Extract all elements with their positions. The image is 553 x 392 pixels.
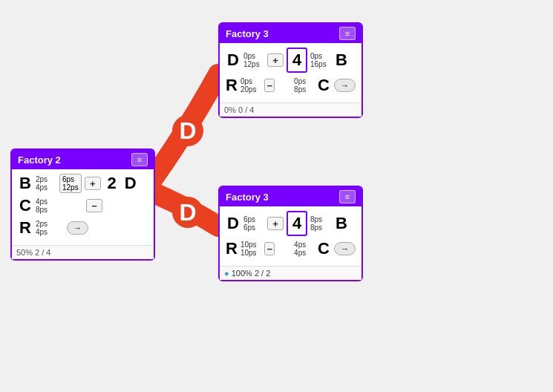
factory3-top-d-letter: D	[226, 50, 240, 70]
factory3-top-header: Factory 3 ≡	[220, 24, 361, 43]
factory3-top-d-plus-btn[interactable]: +	[267, 53, 284, 67]
factory2-row-r: R 2ps 4ps →	[18, 218, 148, 238]
factory3-bottom-d-time-right: 8ps 8ps	[310, 215, 331, 232]
factory3-bottom-d-center: 4	[287, 211, 307, 236]
factory2-b-center: 2	[104, 174, 120, 193]
factory3-top-r-right-letter: C	[318, 76, 330, 95]
factory3-bottom-card: Factory 3 ≡ D 6ps 6ps + 4 8ps 8ps B R 10…	[218, 186, 363, 281]
factory2-r-letter: R	[18, 218, 33, 238]
factory3-bottom-status: ● 100% 2 / 2	[220, 266, 361, 280]
factory2-c-letter: C	[18, 196, 33, 215]
factory3-bottom-r-go-btn[interactable]: →	[334, 242, 356, 255]
factory2-status: 50% 2 / 4	[12, 245, 154, 259]
factory3-bottom-header: Factory 3 ≡	[220, 187, 361, 206]
factory2-b-letter: B	[18, 174, 33, 193]
factory2-c-minus-btn[interactable]: −	[86, 199, 102, 212]
factory3-top-d-center: 4	[287, 48, 307, 73]
factory3-bottom-r-minus-btn[interactable]: −	[264, 242, 275, 255]
factory3-top-status: 0% 0 / 4	[220, 102, 361, 117]
factory2-b-extra: 6ps 12ps	[59, 174, 82, 193]
factory2-row-b: B 2ps 4ps 6ps 12ps + 2 D	[18, 174, 148, 193]
factory3-bottom-d-right-letter: B	[334, 214, 349, 233]
factory2-r-go-btn[interactable]: →	[67, 221, 88, 235]
factory3-bottom-r-letter: R	[226, 239, 238, 258]
factory3-bottom-d-plus-btn[interactable]: +	[267, 217, 284, 230]
factory3-bottom-row-r: R 10ps 10ps − 4ps 4ps C →	[226, 239, 356, 258]
factory3-top-d-right-letter: B	[334, 50, 349, 70]
factory3-top-r-time-right: 0ps 8ps	[294, 77, 315, 94]
factory3-bottom-menu-btn[interactable]: ≡	[339, 190, 356, 203]
factory3-top-body: D 0ps 12ps + 4 0ps 16ps B R 0ps 20ps − 0…	[220, 43, 361, 102]
factory3-bottom-body: D 6ps 6ps + 4 8ps 8ps B R 10ps 10ps − 4p…	[220, 206, 361, 266]
factory3-top-r-minus-btn[interactable]: −	[264, 79, 275, 92]
factory3-top-r-go-btn[interactable]: →	[334, 79, 356, 92]
factory2-b-time-left: 2ps 4ps	[36, 175, 56, 192]
factory3-bottom-row-d: D 6ps 6ps + 4 8ps 8ps B	[226, 211, 356, 236]
factory2-r-time-left: 2ps 4ps	[36, 220, 56, 236]
factory3-top-d-time-left: 0ps 12ps	[243, 52, 264, 68]
factory2-c-time-left: 4ps 8ps	[36, 197, 56, 214]
d-label-bottom: D	[172, 197, 203, 228]
factory2-menu-btn[interactable]: ≡	[131, 153, 148, 166]
factory3-top-r-letter: R	[226, 76, 238, 95]
factory2-title: Factory 2	[18, 154, 61, 166]
factory3-bottom-r-time-right: 4ps 4ps	[294, 241, 315, 257]
factory3-bottom-d-letter: D	[226, 214, 240, 233]
d-label-top: D	[172, 115, 203, 146]
factory3-bottom-d-time-left: 6ps 6ps	[243, 215, 264, 232]
factory2-header: Factory 2 ≡	[12, 150, 154, 169]
factory3-top-title: Factory 3	[226, 28, 269, 39]
factory2-card: Factory 2 ≡ B 2ps 4ps 6ps 12ps + 2 D C 4…	[10, 148, 155, 261]
factory3-bottom-r-right-letter: C	[318, 239, 330, 258]
status-complete-icon: ●	[224, 269, 229, 278]
factory3-bottom-title: Factory 3	[226, 192, 269, 203]
factory2-b-plus-btn[interactable]: +	[85, 177, 101, 190]
factory3-top-row-r: R 0ps 20ps − 0ps 8ps C →	[226, 76, 356, 95]
factory3-bottom-r-time-left: 10ps 10ps	[240, 241, 261, 257]
factory2-body: B 2ps 4ps 6ps 12ps + 2 D C 4ps 8ps − R	[12, 169, 154, 245]
factory3-top-menu-btn[interactable]: ≡	[339, 27, 356, 40]
factory3-top-row-d: D 0ps 12ps + 4 0ps 16ps B	[226, 48, 356, 73]
factory3-top-d-time-right: 0ps 16ps	[310, 52, 331, 68]
factory3-top-card: Factory 3 ≡ D 0ps 12ps + 4 0ps 16ps B R …	[218, 22, 363, 118]
factory2-b-right-letter: D	[123, 174, 138, 193]
factory3-top-r-time-left: 0ps 20ps	[240, 77, 261, 94]
factory2-row-c: C 4ps 8ps −	[18, 196, 148, 215]
